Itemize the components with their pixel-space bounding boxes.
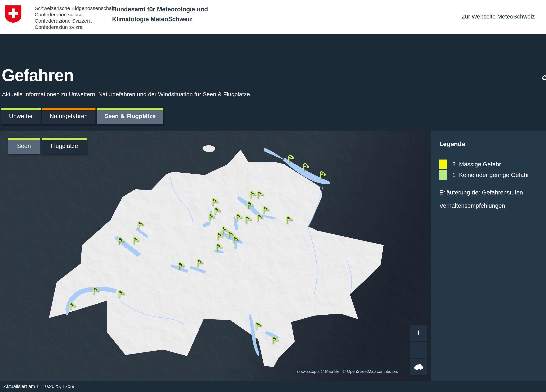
page-subtitle: Aktuelle Informationen zu Unwettern, Nat… — [2, 91, 252, 98]
tab-naturgefahren[interactable]: Naturgefahren — [42, 108, 96, 124]
subtab-accent-bar — [8, 138, 40, 140]
arrow-right-icon: → — [543, 13, 546, 20]
subtab-seen[interactable]: Seen — [8, 138, 40, 154]
app-header: Schweizerische Eidgenossenschaft Confédé… — [0, 0, 546, 34]
subtab-label: Flugplätze — [51, 143, 78, 149]
website-link[interactable]: Zur Webseite MeteoSchweiz — [462, 13, 535, 20]
reset-view-button[interactable] — [410, 359, 427, 375]
zoom-in-button[interactable]: + — [410, 325, 427, 341]
tab-label: Naturgefahren — [50, 113, 88, 120]
swiss-confederation-logo-icon — [5, 5, 22, 23]
org-line-de: Schweizerische Eidgenossenschaft — [35, 5, 115, 11]
share-icon[interactable] — [542, 73, 546, 83]
org-line-fr: Confédération suisse — [35, 11, 115, 18]
legend-label: Mässige Gefahr — [459, 161, 501, 168]
tab-unwetter[interactable]: Unwetter — [1, 108, 41, 124]
updated-timestamp: Aktualisiert am 11.10.2025, 17:39 — [4, 384, 74, 389]
hazard-tabs: Unwetter Naturgefahren Seen & Flugplätze — [1, 108, 163, 124]
link-verhaltensempfehlungen[interactable]: Verhaltensempfehlungen — [439, 202, 505, 209]
page-title: Gefahren — [2, 65, 74, 85]
org-line-rm: Confederaziun svizra — [35, 24, 115, 30]
office-title-line2: Klimatologie MeteoSchweiz — [112, 14, 208, 24]
map-attribution: © swisstopo, © MapTiler, © OpenStreetMap… — [293, 367, 401, 375]
org-line-it: Confederazione Svizzera — [35, 18, 115, 24]
tab-accent-bar — [1, 108, 41, 110]
zoom-out-button[interactable]: − — [410, 342, 427, 358]
legend-items: 2 Mässige Gefahr 1 Keine oder geringe Ge… — [439, 159, 529, 180]
legend-title: Legende — [439, 140, 465, 148]
link-gefahrenstufen[interactable]: Erläuterung der Gefahrenstufen — [439, 189, 523, 196]
tab-label: Unwetter — [9, 113, 33, 120]
main-content: Seen Flugplätze © swisstopo, © MapTiler,… — [0, 131, 546, 381]
minus-icon: − — [416, 345, 422, 355]
legend-level: 1 — [452, 171, 459, 178]
map-controls: + − — [410, 325, 427, 375]
switzerland-outline-icon — [413, 364, 424, 370]
switzerland-relief-map[interactable] — [0, 131, 431, 381]
tab-accent-bar — [42, 108, 96, 110]
subtab-label: Seen — [17, 143, 31, 149]
legend-label: Keine oder geringe Gefahr — [459, 171, 529, 178]
office-title-line1: Bundesamt für Meteorologie und — [112, 4, 208, 14]
legend-panel: Legende 2 Mässige Gefahr 1 Keine oder ge… — [431, 131, 546, 381]
header-divider — [105, 5, 105, 22]
legend-item-low: 1 Keine oder geringe Gefahr — [439, 170, 529, 180]
hero-section: Gefahren Aktuelle Informationen zu Unwet… — [0, 34, 546, 131]
subtab-accent-bar — [42, 138, 87, 140]
tab-seen-flugplaetze[interactable]: Seen & Flugplätze — [97, 108, 163, 124]
legend-swatch-green — [439, 170, 447, 180]
legend-item-moderate: 2 Mässige Gefahr — [439, 159, 529, 169]
legend-level: 2 — [452, 161, 459, 168]
subtab-flugplaetze[interactable]: Flugplätze — [42, 138, 87, 154]
map-subtabs: Seen Flugplätze — [8, 138, 87, 154]
plus-icon: + — [416, 328, 422, 338]
office-title: Bundesamt für Meteorologie und Klimatolo… — [112, 4, 208, 24]
tab-label: Seen & Flugplätze — [104, 113, 156, 120]
hazard-map[interactable]: Seen Flugplätze © swisstopo, © MapTiler,… — [0, 131, 431, 381]
status-bar: Aktualisiert am 11.10.2025, 17:39 — [0, 381, 546, 392]
tab-accent-bar — [97, 108, 163, 110]
confederation-name: Schweizerische Eidgenossenschaft Confédé… — [35, 5, 115, 30]
legend-swatch-yellow — [439, 159, 447, 169]
